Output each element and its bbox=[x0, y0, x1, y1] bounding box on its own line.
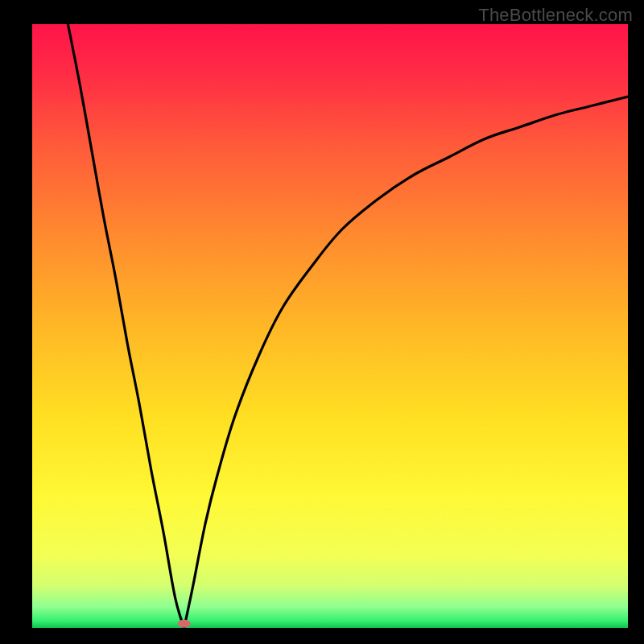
bottleneck-curve bbox=[32, 24, 628, 628]
watermark-text: TheBottleneck.com bbox=[478, 5, 633, 26]
plot-area bbox=[32, 24, 628, 628]
chart-frame: TheBottleneck.com bbox=[0, 0, 644, 644]
minimum-marker bbox=[178, 620, 191, 628]
